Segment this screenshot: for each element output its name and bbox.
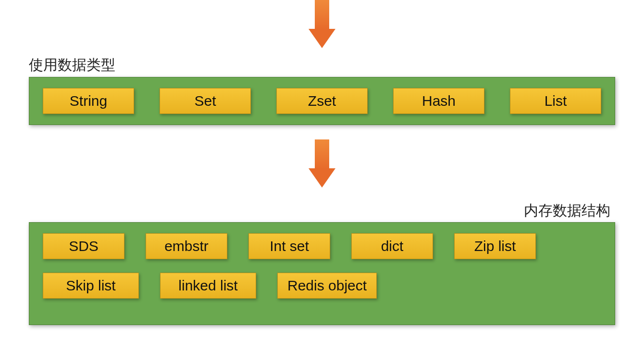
data-types-container: String Set Zset Hash List <box>29 77 615 125</box>
struct-redisobject: Redis object <box>277 273 377 299</box>
data-types-label: 使用数据类型 <box>29 55 115 75</box>
type-set: Set <box>160 88 251 114</box>
arrow-down-icon <box>310 139 334 188</box>
memory-structures-container: SDS embstr Int set dict Zip list Skip li… <box>29 222 615 325</box>
type-hash: Hash <box>393 88 484 114</box>
struct-linkedlist: linked list <box>160 273 256 299</box>
memory-structures-label: 内存数据结构 <box>524 201 610 221</box>
type-string: String <box>43 88 134 114</box>
type-list: List <box>510 88 601 114</box>
struct-embstr: embstr <box>146 233 227 259</box>
type-zset: Zset <box>276 88 368 114</box>
struct-intset: Int set <box>248 233 330 259</box>
struct-sds: SDS <box>43 233 124 259</box>
struct-skiplist: Skip list <box>43 273 139 299</box>
arrow-down-icon <box>310 0 334 48</box>
struct-dict: dict <box>351 233 433 259</box>
struct-ziplist: Zip list <box>454 233 536 259</box>
